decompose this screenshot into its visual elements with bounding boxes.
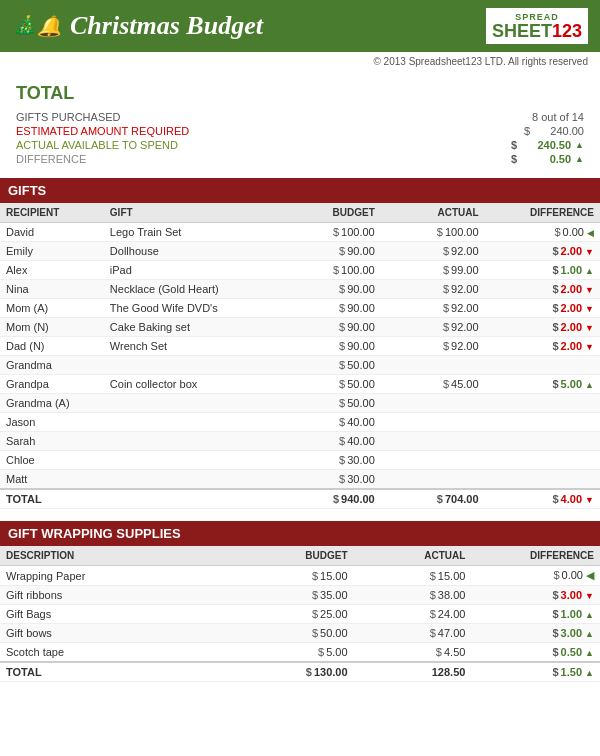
actual-row: ACTUAL AVAILABLE TO SPEND $ 240.50 ▲: [16, 138, 584, 152]
w-diff-cell: $1.00 ▲: [471, 605, 600, 624]
actual-cell: [381, 413, 485, 432]
w-actual-cell: $15.00: [354, 566, 472, 586]
budget-cell: $90.00: [277, 280, 381, 299]
difference-row: DIFFERENCE $ 0.50 ▲: [16, 152, 584, 166]
recipient-cell: Sarah: [0, 432, 104, 451]
actual-cell: [381, 451, 485, 470]
gift-cell: [104, 470, 277, 490]
description-cell: Scotch tape: [0, 643, 236, 663]
w-diff-cell: $3.00 ▼: [471, 586, 600, 605]
gifts-row: Jason $40.00: [0, 413, 600, 432]
gifts-row: Mom (A) The Good Wife DVD's $90.00 $92.0…: [0, 299, 600, 318]
actual-value: $ 240.50 ▲: [511, 139, 584, 151]
w-budget-cell: $15.00: [236, 566, 354, 586]
w-diff-cell: $3.00 ▲: [471, 624, 600, 643]
diff-cell: [485, 356, 600, 375]
wrapping-row: Gift bows $50.00 $47.00 $3.00 ▲: [0, 624, 600, 643]
w-diff-cell: $0.00 ◀: [471, 566, 600, 586]
diff-cell: $2.00 ▼: [485, 337, 600, 356]
budget-cell: $50.00: [277, 375, 381, 394]
actual-cell: $92.00: [381, 299, 485, 318]
gifts-row: David Lego Train Set $100.00 $100.00 $0.…: [0, 223, 600, 242]
gifts-purchased-label: GIFTS PURCHASED: [16, 111, 121, 123]
description-cell: Gift bows: [0, 624, 236, 643]
gifts-total-budget: $940.00: [277, 489, 381, 509]
description-cell: Wrapping Paper: [0, 566, 236, 586]
wrapping-row: Gift ribbons $35.00 $38.00 $3.00 ▼: [0, 586, 600, 605]
gifts-total-actual: $704.00: [381, 489, 485, 509]
actual-cell: $92.00: [381, 242, 485, 261]
wrapping-total-label: TOTAL: [0, 662, 236, 682]
gift-cell: Cake Baking set: [104, 318, 277, 337]
wrapping-row: Gift Bags $25.00 $24.00 $1.00 ▲: [0, 605, 600, 624]
wrapping-row: Wrapping Paper $15.00 $15.00 $0.00 ◀: [0, 566, 600, 586]
gifts-total-label: TOTAL: [0, 489, 104, 509]
recipient-cell: David: [0, 223, 104, 242]
header: 🎄🔔 Christmas Budget SPREAD SHEET 123: [0, 0, 600, 52]
w-budget-cell: $35.00: [236, 586, 354, 605]
wrapping-total-diff: $1.50 ▲: [471, 662, 600, 682]
gift-cell: [104, 356, 277, 375]
gifts-purchased-row: GIFTS PURCHASED 8 out of 14: [16, 110, 584, 124]
actual-cell: $92.00: [381, 280, 485, 299]
diff-cell: $5.00 ▲: [485, 375, 600, 394]
diff-cell: $2.00 ▼: [485, 242, 600, 261]
col-actual: ACTUAL: [381, 203, 485, 223]
actual-cell: $45.00: [381, 375, 485, 394]
wrapping-section-header: GIFT WRAPPING SUPPLIES: [0, 521, 600, 546]
copyright: © 2013 Spreadsheet123 LTD. All rights re…: [0, 52, 600, 73]
difference-label: DIFFERENCE: [16, 153, 86, 165]
logo: SPREAD SHEET 123: [486, 8, 588, 44]
recipient-cell: Alex: [0, 261, 104, 280]
gifts-row: Dad (N) Wrench Set $90.00 $92.00 $2.00 ▼: [0, 337, 600, 356]
gifts-row: Mom (N) Cake Baking set $90.00 $92.00 $2…: [0, 318, 600, 337]
w-budget-cell: $50.00: [236, 624, 354, 643]
difference-value: $ 0.50 ▲: [511, 153, 584, 165]
diff-cell: $1.00 ▲: [485, 261, 600, 280]
estimated-row: ESTIMATED AMOUNT REQUIRED $ 240.00: [16, 124, 584, 138]
budget-cell: $40.00: [277, 432, 381, 451]
col-w-diff: DIFFERENCE: [471, 546, 600, 566]
gift-cell: Lego Train Set: [104, 223, 277, 242]
gift-cell: Necklace (Gold Heart): [104, 280, 277, 299]
recipient-cell: Jason: [0, 413, 104, 432]
gift-cell: [104, 432, 277, 451]
budget-cell: $100.00: [277, 261, 381, 280]
actual-cell: $92.00: [381, 337, 485, 356]
actual-label: ACTUAL AVAILABLE TO SPEND: [16, 139, 178, 151]
wrapping-table: DESCRIPTION BUDGET ACTUAL DIFFERENCE Wra…: [0, 546, 600, 682]
estimated-value: $ 240.00: [524, 125, 584, 137]
wrapping-total-row: TOTAL $130.00 128.50 $1.50 ▲: [0, 662, 600, 682]
gifts-row: Grandpa Coin collector box $50.00 $45.00…: [0, 375, 600, 394]
actual-arrow: ▲: [575, 140, 584, 150]
description-cell: Gift ribbons: [0, 586, 236, 605]
gifts-section-header: GIFTS: [0, 178, 600, 203]
gift-cell: iPad: [104, 261, 277, 280]
gift-cell: [104, 394, 277, 413]
recipient-cell: Emily: [0, 242, 104, 261]
budget-cell: $90.00: [277, 299, 381, 318]
w-actual-cell: $47.00: [354, 624, 472, 643]
w-diff-cell: $0.50 ▲: [471, 643, 600, 663]
actual-cell: [381, 394, 485, 413]
gifts-row: Emily Dollhouse $90.00 $92.00 $2.00 ▼: [0, 242, 600, 261]
w-budget-cell: $25.00: [236, 605, 354, 624]
gifts-row: Nina Necklace (Gold Heart) $90.00 $92.00…: [0, 280, 600, 299]
diff-cell: $0.00 ◀: [485, 223, 600, 242]
col-w-actual: ACTUAL: [354, 546, 472, 566]
gifts-total-row: TOTAL $940.00 $704.00 $4.00 ▼: [0, 489, 600, 509]
budget-cell: $30.00: [277, 470, 381, 490]
diff-cell: [485, 432, 600, 451]
gift-cell: The Good Wife DVD's: [104, 299, 277, 318]
budget-cell: $90.00: [277, 318, 381, 337]
logo-123: 123: [552, 22, 582, 40]
actual-cell: $99.00: [381, 261, 485, 280]
summary-section: TOTAL GIFTS PURCHASED 8 out of 14 ESTIMA…: [0, 73, 600, 178]
gifts-purchased-value: 8 out of 14: [532, 111, 584, 123]
budget-cell: $100.00: [277, 223, 381, 242]
recipient-cell: Grandma: [0, 356, 104, 375]
logo-sheet: SHEET: [492, 22, 552, 40]
diff-cell: [485, 413, 600, 432]
wrapping-total-budget: $130.00: [236, 662, 354, 682]
recipient-cell: Grandma (A): [0, 394, 104, 413]
